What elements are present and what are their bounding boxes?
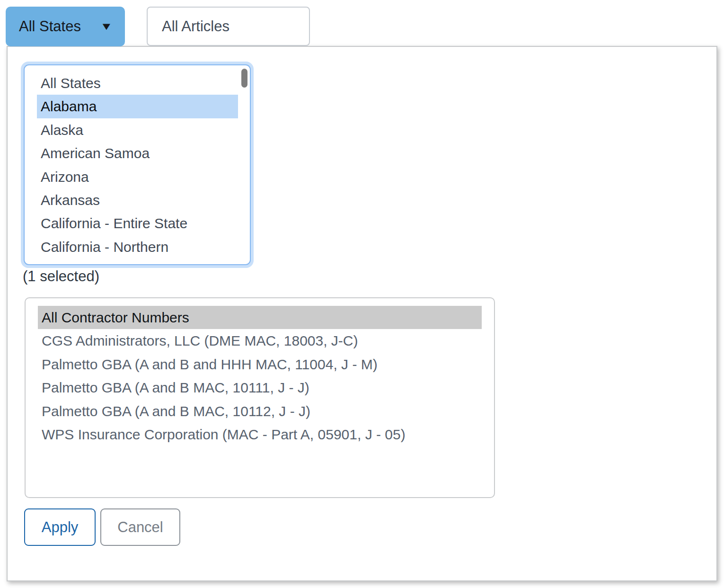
states-listbox[interactable]: All StatesAlabamaAlaskaAmerican SamoaAri… xyxy=(24,64,251,265)
states-dropdown-button[interactable]: All States ▼ xyxy=(6,7,125,46)
contractor-option[interactable]: Palmetto GBA (A and B MAC, 10111, J - J) xyxy=(38,376,482,399)
state-option[interactable]: Arkansas xyxy=(37,188,238,212)
contractor-option[interactable]: WPS Insurance Corporation (MAC - Part A,… xyxy=(38,423,482,446)
contractors-listbox[interactable]: All Contractor NumbersCGS Administrators… xyxy=(25,297,495,498)
state-option[interactable]: California - Southern xyxy=(37,258,238,265)
state-option[interactable]: American Samoa xyxy=(37,142,238,165)
state-option[interactable]: Arizona xyxy=(37,165,238,188)
apply-button[interactable]: Apply xyxy=(24,508,96,546)
contractor-option[interactable]: Palmetto GBA (A and B MAC, 10112, J - J) xyxy=(38,400,482,423)
state-option[interactable]: Alabama xyxy=(37,95,238,118)
scrollbar-thumb[interactable] xyxy=(241,69,247,88)
state-option[interactable]: California - Northern xyxy=(37,235,238,258)
contractor-option[interactable]: Palmetto GBA (A and B and HHH MAC, 11004… xyxy=(38,353,482,376)
articles-filter-button[interactable]: All Articles xyxy=(147,7,310,46)
states-dropdown-label: All States xyxy=(19,18,81,35)
articles-filter-label: All Articles xyxy=(162,18,230,35)
chevron-down-icon: ▼ xyxy=(100,21,113,32)
states-listbox-focus-ring: All StatesAlabamaAlaskaAmerican SamoaAri… xyxy=(21,62,254,268)
state-option[interactable]: All States xyxy=(37,71,238,95)
contractor-option[interactable]: CGS Administrators, LLC (DME MAC, 18003,… xyxy=(38,329,482,352)
contractor-option[interactable]: All Contractor Numbers xyxy=(38,306,482,329)
state-option[interactable]: California - Entire State xyxy=(37,212,238,235)
cancel-button[interactable]: Cancel xyxy=(100,508,180,546)
state-option[interactable]: Alaska xyxy=(37,118,238,142)
selected-count-label: (1 selected) xyxy=(23,268,99,285)
